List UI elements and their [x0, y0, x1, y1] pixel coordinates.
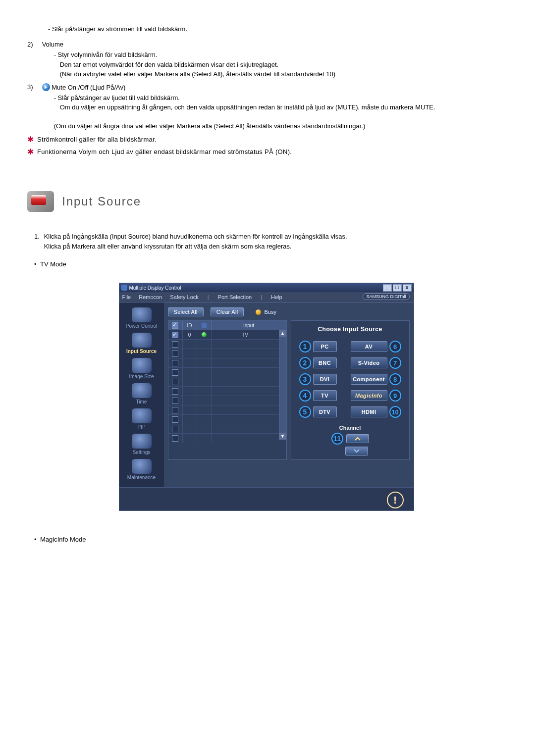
- sidebar-item-image[interactable]: Image Size: [119, 358, 164, 379]
- sidebar-item-maintenance[interactable]: Maintenance: [119, 459, 164, 480]
- list-scrollbar[interactable]: ▲ ▼: [279, 330, 286, 440]
- scroll-down-icon[interactable]: ▼: [279, 433, 286, 440]
- callout-2: 2: [299, 357, 311, 369]
- source-component-button[interactable]: Component: [351, 374, 387, 385]
- menu-remocon[interactable]: Remocon: [139, 294, 162, 300]
- star-note-2: ✱Funktionerna Volym och Ljud av gäller e…: [27, 147, 505, 156]
- titlebar: Multiple Display Control _ □ x: [119, 283, 414, 292]
- settings-icon: [132, 434, 152, 449]
- channel-up-button[interactable]: [346, 434, 369, 443]
- row-checkbox[interactable]: [172, 351, 178, 357]
- star-note-1: ✱Strömkontroll gäller för alla bildskärm…: [27, 135, 505, 144]
- window-title: Multiple Display Control: [129, 285, 181, 291]
- intro-dash-line: - Slår på/stänger av strömmen till vald …: [48, 25, 505, 34]
- document-page: - Slår på/stänger av strömmen till vald …: [0, 0, 535, 702]
- row-checkbox[interactable]: [172, 369, 178, 376]
- sidebar-item-time[interactable]: Time: [119, 383, 164, 404]
- header-id: ID: [183, 321, 197, 330]
- row-checkbox[interactable]: [172, 332, 178, 338]
- bottom-bar: !: [119, 487, 414, 510]
- pip-icon: [132, 408, 152, 423]
- menu-file[interactable]: File: [122, 294, 131, 300]
- source-av-button[interactable]: AV: [351, 341, 387, 352]
- item-3-number: 3): [27, 83, 40, 91]
- sidebar-label-pip: PIP: [119, 424, 164, 430]
- chevron-up-icon: [355, 437, 361, 441]
- star-icon: ✱: [27, 135, 37, 144]
- row-checkbox[interactable]: [172, 379, 178, 385]
- sidebar-label-input: Input Source: [119, 349, 164, 354]
- table-row[interactable]: [168, 358, 279, 367]
- source-dvi-button[interactable]: DVI: [313, 374, 337, 385]
- sidebar-item-input[interactable]: Input Source: [119, 333, 164, 354]
- menu-help[interactable]: Help: [271, 294, 282, 300]
- channel-down-button[interactable]: [345, 447, 368, 455]
- table-row[interactable]: 0 TV: [168, 330, 279, 339]
- scroll-up-icon[interactable]: ▲: [279, 330, 286, 337]
- busy-icon: [256, 309, 261, 315]
- callout-10: 10: [389, 406, 401, 418]
- table-row[interactable]: [168, 405, 279, 414]
- menu-port-selection[interactable]: Port Selection: [218, 294, 252, 300]
- source-hdmi-button[interactable]: HDMI: [351, 406, 387, 417]
- display-list: ID Input 0 TV: [168, 320, 287, 460]
- row-checkbox[interactable]: [172, 416, 178, 423]
- item-3-dash1: - Slår på/stänger av ljudet till vald bi…: [54, 93, 478, 103]
- sidebar-item-settings[interactable]: Settings: [119, 434, 164, 455]
- sidebar-label-time: Time: [119, 399, 164, 404]
- time-icon: [132, 383, 152, 398]
- close-button[interactable]: x: [403, 284, 412, 292]
- item-3-line3: (Om du väljer att ångra dina val eller v…: [54, 121, 478, 131]
- table-row[interactable]: [168, 339, 279, 349]
- table-row[interactable]: [168, 414, 279, 424]
- row-checkbox[interactable]: [172, 388, 178, 395]
- select-all-button[interactable]: Select All: [168, 307, 204, 316]
- callout-7: 7: [389, 357, 401, 369]
- clear-all-button[interactable]: Clear All: [211, 307, 244, 316]
- app-body: Power Control Input Source Image Size Ti…: [119, 302, 414, 487]
- sidebar-label-power: Power Control: [119, 323, 164, 329]
- source-tv-button[interactable]: TV: [313, 390, 337, 401]
- row-checkbox[interactable]: [172, 360, 178, 366]
- source-svideo-button[interactable]: S-Video: [351, 357, 387, 368]
- para1-line2: Klicka på Markera allt eller använd krys…: [44, 243, 292, 250]
- table-row[interactable]: [168, 349, 279, 358]
- callout-11: 11: [331, 433, 343, 445]
- item-2-line3: (När du avbryter valet eller väljer Mark…: [60, 69, 478, 79]
- row-input: TV: [212, 330, 279, 339]
- table-row[interactable]: [168, 367, 279, 377]
- row-checkbox[interactable]: [172, 341, 178, 348]
- row-checkbox[interactable]: [172, 407, 178, 413]
- para1-line1: Klicka på Ingångskälla (Input Source) bl…: [44, 233, 347, 240]
- table-row[interactable]: [168, 377, 279, 386]
- item-2-line2: Den tar emot volymvärdet för den valda b…: [60, 60, 478, 70]
- sidebar-item-pip[interactable]: PIP: [119, 408, 164, 430]
- table-row[interactable]: [168, 433, 279, 443]
- sidebar-label-settings: Settings: [119, 450, 164, 455]
- sidebar-label-maintenance: Maintenance: [119, 475, 164, 480]
- notice-icon: !: [387, 492, 404, 508]
- image-size-icon: [132, 358, 152, 373]
- item-2-number: 2): [27, 41, 40, 48]
- row-checkbox[interactable]: [172, 398, 178, 404]
- source-bnc-button[interactable]: BNC: [313, 357, 337, 368]
- sidebar-item-power[interactable]: Power Control: [119, 307, 164, 329]
- row-checkbox[interactable]: [172, 435, 178, 442]
- minimize-button[interactable]: _: [383, 284, 392, 292]
- paragraph-1: 1. Klicka på Ingångskälla (Input Source)…: [34, 232, 505, 252]
- source-pc-button[interactable]: PC: [313, 341, 337, 352]
- busy-label: Busy: [264, 309, 276, 315]
- row-checkbox[interactable]: [172, 426, 178, 432]
- table-row[interactable]: [168, 386, 279, 396]
- menubar: File Remocon Safety Lock | Port Selectio…: [119, 292, 414, 302]
- header-checkbox[interactable]: [172, 322, 178, 329]
- source-dtv-button[interactable]: DTV: [313, 406, 337, 417]
- main-area: Select All Clear All Busy ID: [164, 302, 414, 487]
- callout-1: 1: [299, 341, 311, 353]
- maximize-button[interactable]: □: [393, 284, 402, 292]
- table-row[interactable]: [168, 424, 279, 433]
- menu-safety-lock[interactable]: Safety Lock: [170, 294, 198, 300]
- source-magicinfo-button[interactable]: MagicInfo: [351, 390, 387, 401]
- table-row[interactable]: [168, 396, 279, 405]
- callout-6: 6: [389, 341, 401, 353]
